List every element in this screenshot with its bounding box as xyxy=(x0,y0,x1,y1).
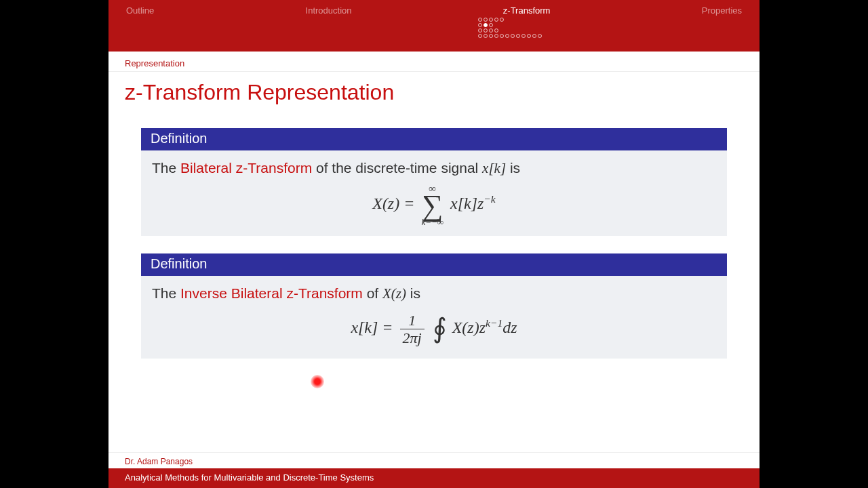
definition-head-2: Definition xyxy=(141,253,727,276)
nav-properties[interactable]: Properties xyxy=(702,5,742,16)
definition-body-2: The Inverse Bilateral z-Transform of X(z… xyxy=(141,276,727,359)
frac-den: 2πj xyxy=(400,329,425,346)
header-bar: Outline Introduction z-Transform Propert… xyxy=(108,0,760,52)
def1-post: of the discrete-time signal xyxy=(312,160,482,176)
section-subheader: Representation xyxy=(108,52,760,72)
def2-pre: The xyxy=(152,285,180,301)
nav-row: Outline Introduction z-Transform Propert… xyxy=(125,5,743,16)
contour-integral-icon: ∮ xyxy=(433,313,447,344)
def2-term: Inverse Bilateral z-Transform xyxy=(180,285,363,301)
def1-signal: x[k] xyxy=(482,160,506,176)
def2-signal: X(z) xyxy=(382,285,406,302)
def1-tail: is xyxy=(506,160,520,176)
sigma-icon: ∑ xyxy=(421,194,443,218)
def1-pre: The xyxy=(152,160,180,176)
nav-introduction[interactable]: Introduction xyxy=(306,5,352,16)
definition-box-1: Definition The Bilateral z-Transform of … xyxy=(141,128,727,236)
footer-author: Dr. Adam Panagos xyxy=(108,452,760,468)
def2-exp: k−1 xyxy=(486,317,502,329)
nav-ztransform[interactable]: z-Transform xyxy=(503,5,551,16)
def2-tail: is xyxy=(406,285,420,301)
def1-lhs: X(z) = xyxy=(372,195,418,212)
frac-num: 1 xyxy=(400,312,425,329)
def2-body: X(z)z xyxy=(452,319,486,336)
progress-dots xyxy=(478,18,542,38)
footer-course: Analytical Methods for Multivariable and… xyxy=(108,468,760,488)
def2-post: of xyxy=(363,285,382,301)
def2-formula: x[k] = 1 2πj ∮ X(z)zk−1dz xyxy=(152,308,716,349)
slide-title: z-Transform Representation xyxy=(108,72,760,116)
definition-body-1: The Bilateral z-Transform of the discret… xyxy=(141,150,727,236)
laser-pointer-icon xyxy=(311,375,324,388)
slide: Outline Introduction z-Transform Propert… xyxy=(108,0,760,488)
def1-term: Bilateral z-Transform xyxy=(180,160,312,176)
fraction: 1 2πj xyxy=(400,312,425,346)
def1-formula: X(z) = ∞ ∑ k=−∞ x[k]z−k xyxy=(152,184,716,226)
sum-symbol: ∞ ∑ k=−∞ xyxy=(421,184,443,226)
def2-dz: dz xyxy=(502,319,517,336)
def1-exp: −k xyxy=(484,193,495,205)
footer: Dr. Adam Panagos Analytical Methods for … xyxy=(108,452,760,488)
def2-lhs: x[k] = xyxy=(351,319,397,336)
definition-head-1: Definition xyxy=(141,128,727,150)
definition-box-2: Definition The Inverse Bilateral z-Trans… xyxy=(141,253,727,359)
slide-content: Definition The Bilateral z-Transform of … xyxy=(108,116,760,452)
nav-outline[interactable]: Outline xyxy=(126,5,154,16)
sum-lower: k=−∞ xyxy=(421,218,443,226)
def1-body: x[k]z xyxy=(450,195,484,212)
